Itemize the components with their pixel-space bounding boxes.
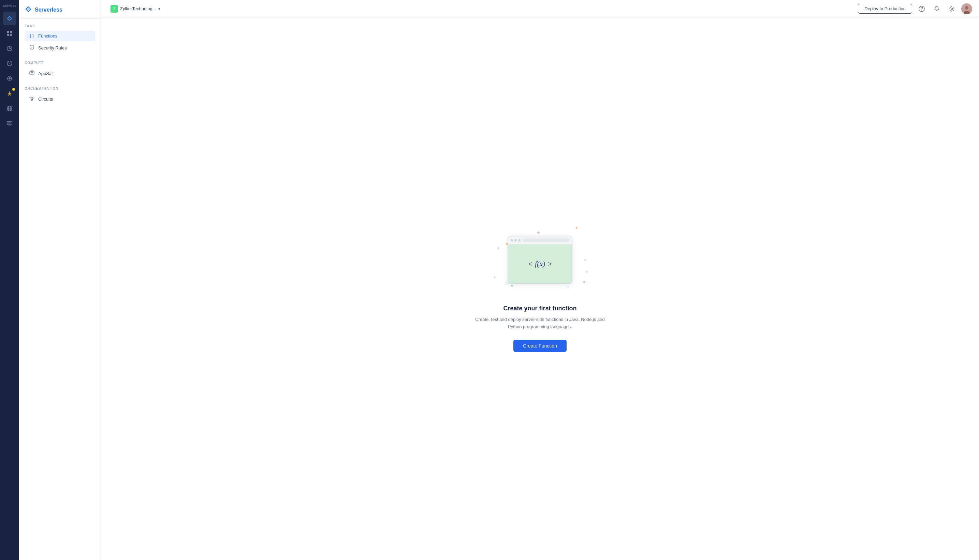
circuits-label: Circuits bbox=[38, 97, 53, 102]
orchestration-section-label: ORCHESTRATION bbox=[25, 87, 95, 90]
empty-state: + ● ● ◆ ● ● ● ◆ ◇ × bbox=[455, 212, 625, 366]
security-rules-label: Security Rules bbox=[38, 45, 67, 50]
create-function-button[interactable]: Create Function bbox=[514, 340, 567, 352]
left-bracket: < bbox=[528, 260, 533, 268]
deco-x-right: × bbox=[583, 280, 585, 284]
rail-icon-chat[interactable] bbox=[3, 117, 17, 130]
sidebar-item-circuits[interactable]: Circuits bbox=[25, 93, 95, 105]
workspace-selector[interactable]: Z ZylkerTechnolog... bbox=[108, 4, 163, 14]
empty-state-description: Create, test and deploy server-side func… bbox=[469, 316, 612, 330]
sidebar-header: Serverless bbox=[19, 0, 101, 19]
svg-point-14 bbox=[30, 97, 31, 98]
help-button[interactable] bbox=[916, 3, 927, 14]
notifications-button[interactable] bbox=[931, 3, 942, 14]
rail-icon-serverless[interactable] bbox=[3, 12, 17, 25]
sidebar-title: Serverless bbox=[35, 7, 62, 13]
workspace-chevron-icon bbox=[158, 6, 160, 11]
deco-diamond-bottom-right: ◇ bbox=[565, 285, 570, 289]
circuits-icon bbox=[28, 96, 35, 102]
sidebar: Serverless FAAS {} Functions Security Ru… bbox=[19, 0, 101, 560]
svg-point-18 bbox=[921, 10, 922, 10]
security-rules-icon bbox=[28, 45, 35, 51]
main-content: + ● ● ◆ ● ● ● ◆ ◇ × bbox=[101, 18, 979, 560]
rail-icon-globe[interactable] bbox=[3, 102, 17, 115]
compute-section: COMPUTE AppSail bbox=[19, 56, 101, 81]
rail-icon-messaging[interactable] bbox=[3, 72, 17, 85]
functions-label: Functions bbox=[38, 33, 57, 38]
fx-text: f(x) bbox=[535, 260, 545, 268]
deploy-to-production-button[interactable]: Deploy to Production bbox=[858, 4, 912, 13]
sidebar-item-appsail[interactable]: AppSail bbox=[25, 68, 95, 79]
orchestration-section: ORCHESTRATION Circuits bbox=[19, 81, 101, 107]
ai-badge bbox=[12, 88, 15, 91]
browser-dot-3 bbox=[518, 239, 520, 242]
sidebar-item-security-rules[interactable]: Security Rules bbox=[25, 42, 95, 53]
serverless-title-icon bbox=[25, 5, 32, 14]
deco-dot-blue-left: ● bbox=[497, 246, 499, 250]
workspace-badge: Z bbox=[110, 5, 118, 13]
appsail-label: AppSail bbox=[38, 71, 53, 76]
right-bracket: > bbox=[547, 260, 552, 268]
function-expression: < f(x) > bbox=[528, 260, 552, 268]
deco-dot-bottom-left: ● bbox=[494, 275, 495, 278]
topbar: Z ZylkerTechnolog... Deploy to Productio… bbox=[101, 0, 979, 18]
browser-titlebar bbox=[508, 236, 572, 245]
rail-icon-api[interactable] bbox=[3, 57, 17, 70]
svg-rect-2 bbox=[7, 34, 9, 36]
topbar-right: Deploy to Production bbox=[858, 3, 972, 14]
topbar-left: Z ZylkerTechnolog... bbox=[108, 4, 163, 14]
empty-state-title: Create your first function bbox=[503, 305, 577, 312]
appsail-icon bbox=[28, 70, 35, 77]
compute-section-label: COMPUTE bbox=[25, 61, 95, 65]
svg-point-15 bbox=[33, 97, 34, 98]
settings-button[interactable] bbox=[946, 3, 957, 14]
browser-body: < f(x) > bbox=[508, 245, 572, 283]
deco-dot-green-right: ● bbox=[586, 270, 588, 273]
user-avatar[interactable] bbox=[961, 3, 972, 14]
rail-icon-ai[interactable] bbox=[3, 87, 17, 100]
rail-icon-analytics[interactable] bbox=[3, 42, 17, 55]
browser-window: < f(x) > bbox=[507, 236, 572, 284]
deco-diamond-bottom: ◆ bbox=[510, 284, 514, 288]
rail-icon-database[interactable] bbox=[3, 27, 17, 40]
svg-point-19 bbox=[951, 8, 953, 10]
illustration-container: + ● ● ◆ ● ● ● ◆ ◇ × bbox=[492, 226, 588, 294]
services-rail: Services bbox=[0, 0, 19, 560]
browser-dot-2 bbox=[514, 239, 517, 242]
browser-addressbar bbox=[523, 238, 569, 242]
main-area: Z ZylkerTechnolog... Deploy to Productio… bbox=[101, 0, 979, 560]
deco-plus-top: + bbox=[537, 229, 540, 236]
functions-icon: {} bbox=[28, 33, 35, 38]
deco-dot-right-top: ● bbox=[584, 258, 586, 262]
browser-dot-1 bbox=[510, 239, 513, 242]
svg-point-6 bbox=[8, 77, 10, 80]
svg-rect-1 bbox=[10, 31, 12, 33]
services-rail-label: Services bbox=[3, 4, 17, 8]
deco-dot-orange-top: ● bbox=[575, 226, 577, 230]
faas-section-label: FAAS bbox=[25, 24, 95, 28]
svg-point-21 bbox=[965, 6, 969, 10]
svg-rect-3 bbox=[10, 34, 12, 36]
sidebar-item-functions[interactable]: {} Functions bbox=[25, 31, 95, 41]
faas-section: FAAS {} Functions Security Rules bbox=[19, 19, 101, 56]
svg-point-11 bbox=[32, 47, 32, 48]
svg-rect-0 bbox=[7, 31, 9, 33]
workspace-name: ZylkerTechnolog... bbox=[120, 6, 156, 11]
